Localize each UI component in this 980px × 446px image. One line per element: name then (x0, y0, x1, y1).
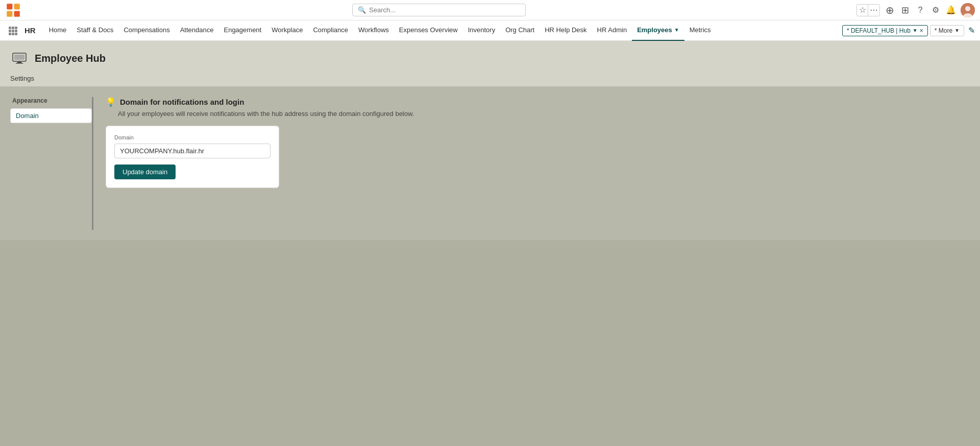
help-button[interactable]: ? (915, 5, 926, 16)
svg-rect-7 (9, 27, 11, 29)
search-bar: 🔍 (27, 4, 851, 16)
domain-card-label: Domain (114, 134, 271, 140)
bell-button[interactable]: 🔔 (945, 5, 957, 16)
nav-item-compensations[interactable]: Compensations (118, 20, 175, 41)
svg-rect-13 (9, 33, 11, 35)
sidebar-item-domain[interactable]: Domain (10, 108, 92, 123)
nav-item-workflows[interactable]: Workflows (353, 20, 394, 41)
nav-item-inventory[interactable]: Inventory (463, 20, 500, 41)
breadcrumb-text: * DEFAULT_HUB | Hub (847, 27, 911, 34)
edit-icon[interactable]: ✎ (968, 26, 975, 35)
content-panel: 💡 Domain for notifications and login All… (92, 97, 970, 230)
search-input[interactable] (369, 6, 520, 14)
logo (5, 2, 21, 18)
svg-point-5 (965, 6, 970, 11)
svg-rect-11 (12, 30, 14, 32)
star-button[interactable]: ☆ (857, 5, 868, 16)
more-tab[interactable]: * More ▼ (930, 25, 964, 36)
svg-rect-9 (15, 27, 17, 29)
nav-item-employees-label: Employees (637, 26, 672, 34)
chevron-down-icon: ▼ (674, 27, 679, 33)
svg-rect-10 (9, 30, 11, 32)
svg-rect-15 (15, 33, 17, 35)
breadcrumb-close-button[interactable]: × (920, 27, 923, 34)
breadcrumb-dropdown-icon[interactable]: ▼ (913, 28, 918, 33)
svg-rect-1 (14, 4, 20, 9)
nav-bar: HR Home Staff & Docs Compensations Atten… (0, 20, 980, 41)
nav-apps-icon[interactable] (5, 23, 20, 38)
nav-item-compliance[interactable]: Compliance (308, 20, 353, 41)
breadcrumb-tab[interactable]: * DEFAULT_HUB | Hub ▼ × (842, 25, 928, 36)
domain-card: Domain Update domain (106, 126, 279, 188)
search-icon: 🔍 (358, 6, 366, 14)
svg-rect-19 (16, 63, 23, 64)
nav-item-attendance[interactable]: Attendance (175, 20, 219, 41)
nav-item-hr-admin[interactable]: HR Admin (592, 20, 632, 41)
nav-item-employees[interactable]: Employees ▼ (632, 20, 684, 41)
svg-rect-12 (15, 30, 17, 32)
employee-hub-icon (10, 49, 29, 67)
nav-item-workplace[interactable]: Workplace (266, 20, 308, 41)
search-input-wrapper[interactable]: 🔍 (352, 4, 526, 16)
sidebar-section-label: Appearance (10, 97, 92, 104)
page-title: Employee Hub (35, 53, 106, 64)
apps-button[interactable]: ⊞ (899, 5, 911, 16)
star-actions-group: ☆ ⋯ (856, 4, 880, 16)
nav-item-expenses[interactable]: Expenses Overview (394, 20, 463, 41)
nav-items: Home Staff & Docs Compensations Attendan… (44, 20, 842, 40)
main-area: Appearance Domain 💡 Domain for notificat… (0, 87, 980, 240)
info-description: All your employees will receive notifica… (118, 110, 970, 118)
add-button[interactable]: ⊕ (884, 5, 895, 16)
settings-tab[interactable]: Settings (10, 72, 34, 86)
nav-item-org-chart[interactable]: Org Chart (500, 20, 540, 41)
nav-item-engagement[interactable]: Engagement (218, 20, 266, 41)
domain-input[interactable] (114, 144, 271, 158)
update-domain-button[interactable]: Update domain (114, 165, 176, 179)
nav-item-staff-docs[interactable]: Staff & Docs (71, 20, 118, 41)
more-dropdown-icon: ▼ (954, 28, 960, 33)
svg-rect-8 (12, 27, 14, 29)
info-section: 💡 Domain for notifications and login All… (106, 97, 970, 188)
info-title: 💡 Domain for notifications and login (106, 97, 970, 107)
nav-item-hr-help-desk[interactable]: HR Help Desk (540, 20, 592, 41)
nav-item-home[interactable]: Home (44, 20, 72, 41)
svg-rect-14 (12, 33, 14, 35)
more-tab-label: * More (935, 27, 952, 34)
svg-rect-0 (7, 4, 12, 9)
page-content: Employee Hub Settings Appearance Domain … (0, 41, 980, 446)
nav-brand: HR (24, 26, 36, 35)
settings-button[interactable]: ⚙ (930, 5, 941, 16)
info-title-text: Domain for notifications and login (120, 98, 244, 106)
lightbulb-icon: 💡 (106, 97, 116, 107)
page-title-row: Employee Hub (10, 49, 970, 67)
svg-rect-2 (7, 11, 12, 16)
top-bar-actions: ☆ ⋯ ⊕ ⊞ ? ⚙ 🔔 (856, 3, 975, 17)
svg-rect-17 (14, 55, 24, 60)
svg-rect-3 (14, 11, 20, 16)
nav-item-metrics[interactable]: Metrics (684, 20, 716, 41)
page-header: Employee Hub Settings (0, 41, 980, 87)
sidebar: Appearance Domain (10, 97, 92, 230)
svg-rect-18 (17, 62, 21, 63)
settings-tab-row: Settings (10, 72, 970, 86)
nav-right: * DEFAULT_HUB | Hub ▼ × * More ▼ ✎ (842, 25, 975, 36)
avatar[interactable] (961, 3, 975, 17)
top-bar: 🔍 ☆ ⋯ ⊕ ⊞ ? ⚙ 🔔 (0, 0, 980, 20)
dots-button[interactable]: ⋯ (868, 5, 879, 16)
